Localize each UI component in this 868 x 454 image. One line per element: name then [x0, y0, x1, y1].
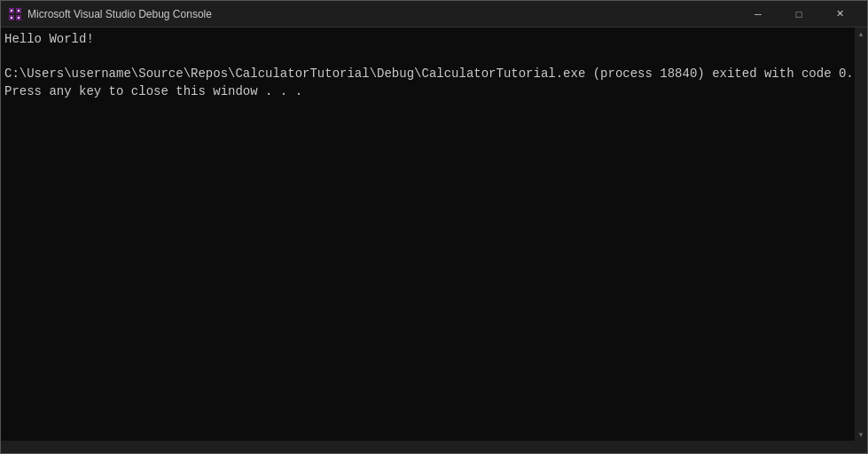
minimize-button[interactable]: ─: [738, 1, 778, 27]
app-icon: [8, 7, 22, 21]
console-line-4: Press any key to close this window . . .: [4, 84, 302, 98]
svg-rect-5: [18, 10, 20, 12]
console-output: Hello World! C:\Users\username\Source\Re…: [4, 31, 864, 100]
scroll-up-arrow[interactable]: ▲: [855, 27, 867, 40]
vertical-scrollbar[interactable]: ▲ ▼: [855, 27, 867, 441]
console-area: Hello World! C:\Users\username\Source\Re…: [1, 27, 867, 453]
window: Microsoft Visual Studio Debug Console ─ …: [0, 0, 868, 454]
close-button[interactable]: ✕: [819, 1, 860, 27]
svg-rect-6: [11, 17, 12, 19]
svg-rect-4: [11, 10, 12, 12]
window-title: Microsoft Visual Studio Debug Console: [27, 8, 738, 20]
horizontal-scrollbar[interactable]: [1, 441, 855, 453]
title-bar: Microsoft Visual Studio Debug Console ─ …: [1, 1, 867, 27]
maximize-button[interactable]: □: [778, 1, 819, 27]
scroll-down-arrow[interactable]: ▼: [855, 428, 867, 441]
svg-rect-7: [18, 17, 20, 19]
window-controls: ─ □ ✕: [738, 1, 860, 27]
console-line-3: C:\Users\username\Source\Repos\Calculato…: [4, 67, 854, 81]
scrollbar-corner: [855, 441, 867, 453]
console-line-1: Hello World!: [4, 32, 94, 46]
